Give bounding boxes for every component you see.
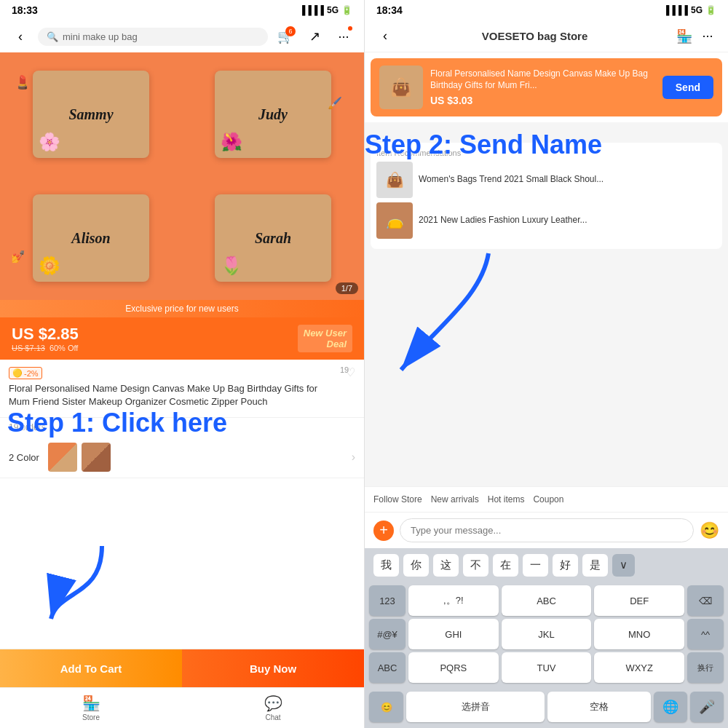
price-info: US $2.85 US $7.13 60% Off (12, 325, 79, 352)
key-enter-top[interactable]: ^^ (687, 619, 724, 649)
battery-icon: 🔋 (341, 5, 352, 15)
heart-section: ♡ 19 (333, 365, 355, 374)
bag-sammy: 🌸 Sammy (0, 52, 182, 176)
bottom-nav: 🏪 Store 💬 Chat (0, 687, 364, 728)
quick-word-4[interactable]: 在 (493, 554, 518, 577)
key-row-3: ABC PQRS TUV WXYZ 换行 (369, 652, 724, 683)
bottom-keyboard-row: 😊 选拼音 空格 🌐 🎤 (365, 689, 728, 728)
key-space[interactable]: 空格 (547, 692, 651, 722)
quick-word-1[interactable]: 你 (403, 554, 429, 577)
key-jkl[interactable]: JKL (502, 619, 592, 649)
key-row-1: 123 ,。?! ABC DEF ⌫ (369, 585, 724, 616)
key-punct[interactable]: ,。?! (408, 585, 499, 616)
chat-nav-item[interactable]: 💬 Chat (182, 688, 364, 728)
more-badge (348, 26, 352, 31)
swatch-brown[interactable] (82, 443, 111, 472)
rec-title: Item Recommendations (376, 149, 716, 157)
key-def[interactable]: DEF (594, 585, 684, 616)
emoji-button[interactable]: 😊 (700, 521, 719, 540)
chat-product-card: 👜 Floral Personalised Name Design Canvas… (371, 58, 722, 116)
quick-word-6[interactable]: 好 (553, 554, 578, 577)
color-section[interactable]: 2 Color › (0, 437, 364, 478)
key-mno[interactable]: MNO (594, 619, 684, 649)
key-ghi[interactable]: GHI (408, 619, 499, 649)
plus-button[interactable]: + (373, 521, 394, 541)
rec-item-1[interactable]: 👜 Women's Bags Trend 2021 Small Black Sh… (376, 162, 716, 198)
left-signal-area: ▐▐▐▐ 5G 🔋 (299, 5, 352, 15)
chevron-expand-key[interactable]: ∨ (612, 554, 635, 577)
bag-name-sammy: Sammy (68, 106, 113, 123)
flowers-icon-2: 🌺 (221, 132, 242, 152)
key-123[interactable]: 123 (369, 585, 405, 616)
right-back-button[interactable]: ‹ (373, 25, 397, 48)
tab-coupon[interactable]: Coupon (533, 493, 563, 506)
right-top-nav: ‹ VOESETO bag Store 🏪 ··· (365, 20, 728, 52)
chevron-right-icon: › (352, 451, 355, 464)
image-counter: 1/7 (336, 282, 358, 294)
chat-area: Step 2: Send Name Item Recommendations 👜… (365, 122, 728, 486)
store-icon-right[interactable]: 🏪 (673, 25, 696, 48)
tab-follow-store[interactable]: Follow Store (373, 493, 422, 506)
step2-arrow (379, 239, 525, 387)
tab-hot-items[interactable]: Hot items (488, 493, 525, 506)
store-nav-item[interactable]: 🏪 Store (0, 688, 182, 728)
bottom-actions: Add To Cart Buy Now 🏪 Store 💬 Chat (0, 649, 364, 728)
right-more-button[interactable]: ··· (696, 25, 719, 48)
chat-product-title: Floral Personalised Name Design Canvas M… (430, 68, 655, 91)
key-row-2: #@¥ GHI JKL MNO ^^ (369, 619, 724, 649)
quick-word-5[interactable]: 一 (523, 554, 548, 577)
right-signal-type: 5G (691, 5, 703, 15)
step1-arrow (44, 539, 131, 629)
product-tag-row: 🟡 -2% Floral Personalised Name Design Ca… (9, 365, 355, 411)
key-pqrs[interactable]: PQRS (408, 652, 499, 683)
quick-word-0[interactable]: 我 (373, 554, 399, 577)
store-icon: 🏪 (82, 695, 100, 712)
cart-button[interactable]: 🛒 6 (274, 25, 297, 48)
key-emoji-bottom[interactable]: 😊 (369, 692, 403, 722)
quick-word-2[interactable]: 这 (433, 554, 459, 577)
add-to-cart-button[interactable]: Add To Cart (0, 649, 182, 687)
store-nav-label: Store (82, 713, 100, 721)
search-bar[interactable]: 🔍 mini make up bag (38, 28, 268, 46)
key-wxyz[interactable]: WXYZ (594, 652, 684, 683)
quick-word-7[interactable]: 是 (582, 554, 608, 577)
heart-icon[interactable]: ♡ (345, 365, 355, 379)
left-status-bar: 18:33 ▐▐▐▐ 5G 🔋 (0, 0, 364, 20)
left-time: 18:33 (12, 4, 38, 16)
send-button[interactable]: Send (662, 76, 713, 99)
key-abc-switch[interactable]: ABC (369, 652, 405, 683)
rec-item-2[interactable]: 👝 2021 New Ladies Fashion Luxury Leather… (376, 202, 716, 239)
product-thumb: 👜 (379, 66, 423, 109)
left-panel: 18:33 ▐▐▐▐ 5G 🔋 ‹ 🔍 mini make up bag 🛒 6… (0, 0, 364, 728)
buy-now-button[interactable]: Buy Now (182, 649, 364, 687)
key-pinyin[interactable]: 选拼音 (406, 692, 545, 722)
quick-word-3[interactable]: 不 (463, 554, 488, 577)
right-signal-bars-icon: ▐▐▐▐ (663, 5, 688, 15)
message-input[interactable] (400, 518, 694, 542)
bag-alison: 🌼 Alison (0, 176, 182, 300)
tab-new-arrivals[interactable]: New arrivals (431, 493, 479, 506)
more-button[interactable]: ··· (332, 25, 355, 48)
key-delete[interactable]: ⌫ (687, 585, 724, 616)
signal-bars-icon: ▐▐▐▐ (299, 5, 324, 15)
share-button[interactable]: ↗ (303, 25, 326, 48)
product-tag: 🟡 -2% (9, 367, 42, 379)
key-special[interactable]: #@¥ (369, 619, 405, 649)
price-row: US $2.85 US $7.13 60% Off New UserDeal (0, 317, 364, 360)
bag-name-sarah: Sarah (255, 230, 291, 247)
back-button[interactable]: ‹ (9, 25, 32, 48)
orders-text: 19 orders (0, 418, 364, 437)
key-newline[interactable]: 换行 (687, 652, 724, 683)
right-panel: 18:34 ▐▐▐▐ 5G 🔋 ‹ VOESETO bag Store 🏪 ··… (364, 0, 728, 728)
rec-text-1: Women's Bags Trend 2021 Small Black Shou… (419, 174, 604, 186)
swatch-orange[interactable] (48, 443, 77, 472)
bag-judy: 🌺 Judy (182, 52, 364, 176)
key-tuv[interactable]: TUV (502, 652, 592, 683)
color-swatches (48, 443, 352, 472)
key-abc[interactable]: ABC (502, 585, 592, 616)
globe-key[interactable]: 🌐 (654, 692, 687, 722)
makeup-decoration: 💄 (15, 74, 31, 90)
exclusive-banner: Exclusive price for new users (0, 300, 364, 317)
left-top-nav: ‹ 🔍 mini make up bag 🛒 6 ↗ ··· (0, 20, 364, 52)
mic-key[interactable]: 🎤 (690, 692, 724, 722)
